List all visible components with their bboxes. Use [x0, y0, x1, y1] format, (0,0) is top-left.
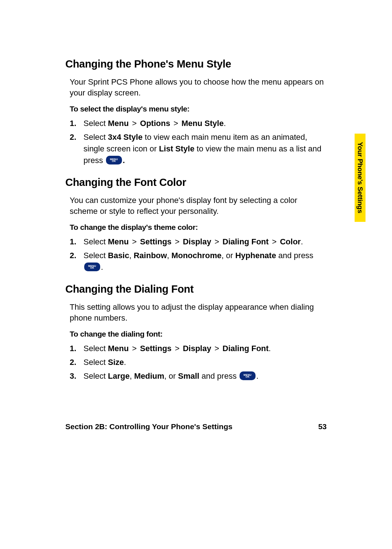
- step-text: Select: [83, 344, 108, 353]
- step-bold-text: Display: [183, 344, 211, 353]
- step-bold-text: Hyphenate: [235, 251, 276, 260]
- step-bold-text: List Style: [159, 144, 195, 153]
- menu-ok-icon: MENUOK: [240, 371, 256, 380]
- step-bold-text: Menu: [108, 237, 128, 246]
- step-item: 1.Select Menu > Settings > Display > Dia…: [70, 343, 327, 354]
- step-item: 1.Select Menu > Settings > Display > Dia…: [70, 236, 327, 248]
- step-text: and press: [276, 251, 314, 260]
- step-text: Select: [83, 358, 108, 367]
- section: Changing the Font ColorYou can customize…: [65, 176, 327, 273]
- section: Changing the Dialing FontThis setting al…: [65, 283, 327, 382]
- step-text: >: [130, 119, 139, 128]
- step-text: , or: [221, 251, 235, 260]
- step-text: >: [171, 119, 180, 128]
- step-number: 2.: [70, 131, 76, 143]
- step-bold-text: Settings: [140, 237, 172, 246]
- step-text: >: [173, 237, 182, 246]
- step-bold-text: Dialing Font: [222, 344, 269, 353]
- step-list: 1.Select Menu > Settings > Display > Dia…: [70, 343, 327, 382]
- step-text: >: [130, 344, 139, 353]
- step-list: 1.Select Menu > Options > Menu Style.2.S…: [70, 118, 327, 166]
- step-text: .: [256, 371, 258, 381]
- step-bold-text: Menu: [108, 344, 128, 353]
- section-intro: Your Sprint PCS Phone allows you to choo…: [70, 77, 327, 98]
- section-intro: You can customize your phone's display f…: [70, 195, 327, 216]
- step-bold-text: 3x4 Style: [108, 133, 142, 142]
- step-bold-text: Large: [108, 371, 130, 381]
- step-text: Select: [83, 119, 108, 128]
- step-bold-text: Options: [140, 119, 170, 128]
- page-content: Changing the Phone's Menu StyleYour Spri…: [0, 0, 392, 549]
- step-text: .: [269, 344, 271, 353]
- step-number: 2.: [70, 357, 76, 368]
- step-list: 1.Select Menu > Settings > Display > Dia…: [70, 236, 327, 273]
- step-text: .: [124, 358, 126, 367]
- step-bold-text: Color: [280, 237, 301, 246]
- step-text: >: [130, 237, 139, 246]
- step-number: 2.: [70, 250, 76, 261]
- step-text: >: [212, 344, 221, 353]
- step-bold-text: Display: [183, 237, 211, 246]
- menu-ok-icon: MENUOK: [106, 156, 122, 164]
- step-number: 1.: [70, 118, 76, 129]
- step-bold-text: Medium: [134, 371, 164, 381]
- section-heading: Changing the Dialing Font: [65, 283, 327, 295]
- step-text: Select: [83, 237, 108, 246]
- step-item: 2.Select Basic, Rainbow, Monochrome, or …: [70, 250, 327, 273]
- step-number: 1.: [70, 343, 76, 354]
- section-intro: This setting allows you to adjust the di…: [70, 302, 327, 323]
- sections-container: Changing the Phone's Menu StyleYour Spri…: [65, 58, 327, 382]
- step-bold-text: Menu Style: [181, 119, 224, 128]
- footer-page-number: 53: [318, 422, 327, 431]
- step-text: >: [212, 237, 221, 246]
- menu-ok-icon-ok-label: OK: [90, 267, 94, 269]
- side-tab: Your Phone's Settings: [355, 134, 366, 222]
- step-text: >: [173, 344, 182, 353]
- step-text: and press: [199, 371, 239, 381]
- step-text: >: [270, 237, 279, 246]
- side-tab-label: Your Phone's Settings: [356, 142, 364, 213]
- step-text: .: [101, 263, 103, 272]
- section: Changing the Phone's Menu StyleYour Spri…: [65, 58, 327, 166]
- step-bold-text: Menu: [108, 119, 128, 128]
- section-subheading: To change the display's theme color:: [70, 223, 327, 232]
- menu-ok-icon-ok-label: OK: [112, 160, 116, 162]
- step-bold-text: .: [123, 156, 125, 165]
- page-footer: Section 2B: Controlling Your Phone's Set…: [65, 422, 327, 431]
- step-bold-text: Settings: [140, 344, 172, 353]
- step-text: , or: [164, 371, 178, 381]
- section-heading: Changing the Phone's Menu Style: [65, 58, 327, 70]
- step-text: Select: [83, 133, 108, 142]
- step-text: Select: [83, 251, 108, 260]
- step-number: 1.: [70, 236, 76, 248]
- step-bold-text: Size: [108, 358, 124, 367]
- step-item: 1.Select Menu > Options > Menu Style.: [70, 118, 327, 129]
- step-item: 2.Select Size.: [70, 357, 327, 368]
- step-text: ,: [130, 371, 134, 381]
- step-bold-text: Rainbow: [134, 251, 167, 260]
- step-item: 2.Select 3x4 Style to view each main men…: [70, 131, 327, 166]
- step-item: 3.Select Large, Medium, or Small and pre…: [70, 370, 327, 382]
- step-bold-text: Dialing Font: [222, 237, 269, 246]
- footer-section-title: Section 2B: Controlling Your Phone's Set…: [65, 422, 232, 431]
- step-text: Select: [83, 371, 108, 381]
- step-bold-text: Monochrome: [171, 251, 221, 260]
- step-text: ,: [167, 251, 171, 260]
- step-text: .: [301, 237, 303, 246]
- section-subheading: To select the display's menu style:: [70, 105, 327, 113]
- step-bold-text: Basic: [108, 251, 129, 260]
- menu-ok-icon: MENUOK: [84, 263, 100, 271]
- step-text: ,: [129, 251, 134, 260]
- step-number: 3.: [70, 370, 76, 382]
- section-subheading: To change the dialing font:: [70, 330, 327, 338]
- step-bold-text: Small: [178, 371, 199, 381]
- menu-ok-icon-ok-label: OK: [245, 376, 249, 378]
- section-heading: Changing the Font Color: [65, 176, 327, 188]
- step-text: .: [224, 119, 226, 128]
